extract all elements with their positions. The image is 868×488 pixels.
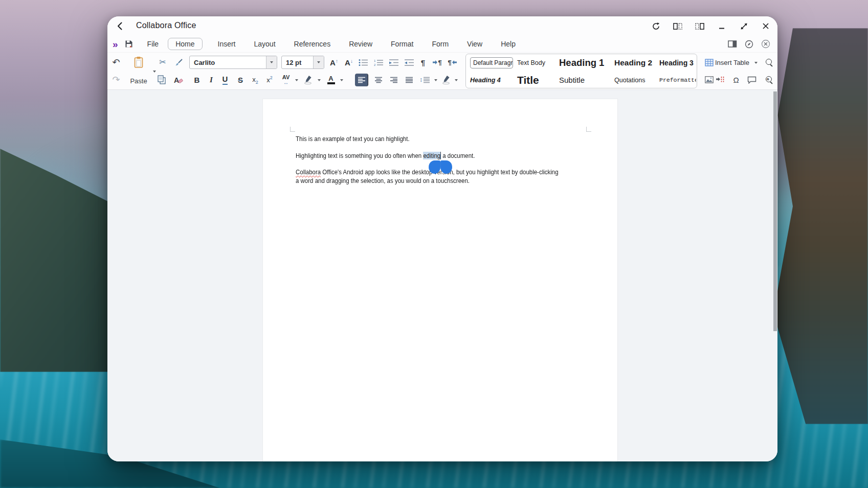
line-spacing-button[interactable]: ↕ (417, 73, 432, 87)
sidebar-toggle-icon[interactable] (728, 40, 737, 48)
insert-page-break-button[interactable] (715, 73, 726, 87)
character-spacing-button[interactable]: AV ↔ (279, 73, 293, 87)
justify-icon (403, 74, 416, 86)
formatting-marks-button[interactable]: ¶ (417, 55, 429, 69)
find-replace-button[interactable]: a (764, 73, 775, 87)
back-icon[interactable] (116, 21, 125, 31)
selection-handle-end[interactable] (440, 160, 452, 174)
bold-button[interactable]: B (192, 73, 202, 87)
style-heading-1[interactable]: Heading 1 (555, 54, 610, 72)
font-color-button[interactable]: A (324, 73, 338, 87)
increase-indent-icon (389, 59, 399, 66)
explore-compass-icon[interactable] (745, 40, 753, 49)
paste-button[interactable]: Paste (126, 55, 151, 87)
chevron-down-icon (455, 79, 458, 83)
close-document-icon[interactable] (761, 39, 770, 49)
search-button[interactable] (764, 55, 775, 69)
close-icon[interactable] (761, 21, 770, 31)
paragraph-background-pen-icon (441, 75, 452, 84)
strikethrough-icon: S (238, 76, 243, 84)
paragraph-1[interactable]: This is an example of text you can highl… (296, 135, 609, 144)
numbered-list-button[interactable]: 12 (372, 55, 385, 69)
menu-form[interactable]: Form (429, 38, 452, 50)
style-heading-2[interactable]: Heading 2 (610, 54, 655, 72)
decrease-indent-button[interactable] (403, 55, 416, 69)
paragraph-background-color-dropdown[interactable] (453, 73, 459, 87)
menu-home[interactable]: Home (168, 38, 202, 50)
split-screen-right-icon[interactable] (695, 21, 704, 31)
insert-table-button[interactable] (704, 55, 714, 69)
maximize-icon[interactable] (739, 21, 748, 31)
font-size-dropdown[interactable] (313, 56, 324, 68)
menu-help[interactable]: Help (498, 38, 519, 50)
align-right-button[interactable] (387, 73, 400, 87)
style-preformatted[interactable]: Preformatted (655, 72, 696, 88)
grow-font-icon: A↑ (330, 59, 338, 66)
menu-references[interactable]: References (291, 38, 334, 50)
selection-handle-start[interactable] (429, 160, 440, 174)
style-heading-3[interactable]: Heading 3 (655, 54, 696, 72)
redo-button[interactable]: ↷ (109, 73, 123, 87)
line-spacing-icon: ↕ (419, 76, 430, 83)
highlight-color-button[interactable] (302, 73, 315, 87)
italic-button[interactable]: I (207, 73, 216, 87)
align-left-button[interactable] (355, 73, 368, 87)
save-icon[interactable] (125, 40, 133, 48)
character-spacing-dropdown[interactable] (294, 73, 300, 87)
left-to-right-button[interactable]: ↑ ¶ (430, 55, 444, 69)
menu-format[interactable]: Format (388, 38, 416, 50)
insert-comment-button[interactable] (746, 73, 758, 87)
style-default-paragraph[interactable]: Default Paragraph (466, 54, 513, 72)
paragraph-background-color-button[interactable] (440, 73, 453, 87)
font-name-dropdown[interactable] (266, 56, 277, 68)
grow-font-button[interactable]: A↑ (327, 55, 341, 69)
selected-word[interactable]: editing (423, 152, 441, 159)
document-text[interactable]: This is an example of text you can highl… (296, 135, 609, 193)
style-subtitle[interactable]: Subtitle (555, 72, 610, 88)
style-text-body[interactable]: Text Body (513, 54, 555, 72)
minimize-icon[interactable] (717, 21, 726, 31)
font-name-combobox[interactable]: Carlito (189, 56, 277, 69)
increase-indent-button[interactable] (387, 55, 400, 69)
underline-button[interactable]: U (220, 73, 230, 87)
reload-icon[interactable] (651, 21, 660, 31)
font-color-dropdown[interactable] (339, 73, 345, 87)
right-to-left-button[interactable]: ¶ (445, 55, 459, 69)
menu-layout[interactable]: Layout (251, 38, 279, 50)
menu-file[interactable]: File (144, 38, 162, 50)
subscript-button[interactable]: x2 (250, 73, 261, 87)
justify-button[interactable] (403, 73, 416, 87)
style-quotations[interactable]: Quotations (610, 72, 655, 88)
shrink-font-button[interactable]: A↓ (342, 55, 355, 69)
clear-formatting-button[interactable]: A (171, 73, 185, 87)
strikethrough-button[interactable]: S (235, 73, 246, 87)
insert-table-label[interactable]: Insert Table (715, 55, 749, 69)
split-screen-left-icon[interactable] (673, 21, 682, 31)
paragraph-2[interactable]: Highlighting text is something you do of… (296, 152, 609, 160)
bullet-list-button[interactable] (357, 55, 370, 69)
document-page[interactable]: This is an example of text you can highl… (262, 99, 618, 461)
superscript-button[interactable]: x2 (264, 73, 275, 87)
image-icon (705, 76, 714, 83)
menu-review[interactable]: Review (346, 38, 375, 50)
cut-button[interactable]: ✂ (157, 55, 169, 69)
shrink-font-icon: A↓ (345, 59, 353, 66)
undo-button[interactable]: ↶ (109, 55, 123, 69)
style-title[interactable]: Title (513, 72, 555, 88)
vertical-scrollbar[interactable] (773, 91, 777, 331)
insert-table-dropdown[interactable] (753, 55, 759, 69)
special-character-button[interactable]: Ω (730, 73, 742, 87)
align-center-button[interactable] (372, 73, 385, 87)
style-heading-4[interactable]: Heading 4 (466, 72, 513, 88)
line-spacing-dropdown[interactable] (433, 73, 439, 87)
copy-button[interactable] (155, 73, 168, 87)
menu-insert[interactable]: Insert (215, 38, 239, 50)
clone-formatting-button[interactable] (172, 55, 185, 69)
paragraph-styles-gallery: Default Paragraph Text Body Heading 1 He… (465, 54, 697, 88)
insert-image-button[interactable] (704, 73, 714, 87)
highlight-color-dropdown[interactable] (316, 73, 322, 87)
paragraph-3[interactable]: Collabora Office's Android app looks lik… (296, 168, 609, 185)
font-size-combobox[interactable]: 12 pt (281, 56, 324, 69)
menu-view[interactable]: View (464, 38, 485, 50)
expand-toolbar-icon[interactable]: » (113, 39, 118, 49)
